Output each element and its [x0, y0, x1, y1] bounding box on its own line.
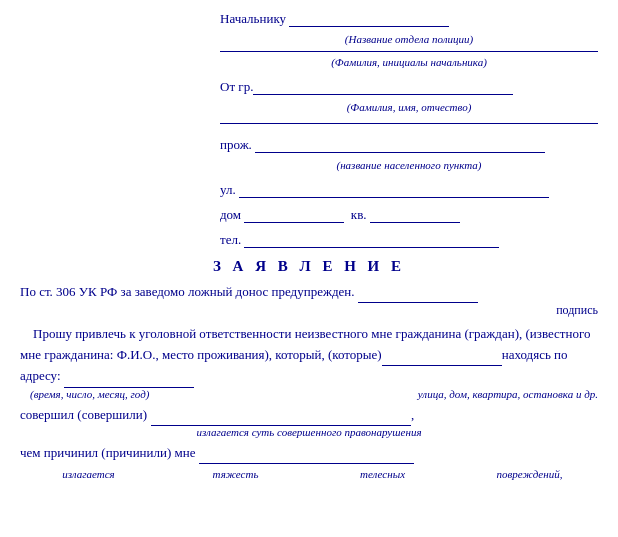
apt-label: кв.	[351, 207, 367, 223]
body-line1	[382, 345, 502, 367]
phone-row: тел.	[220, 231, 598, 248]
from-label: От гр.	[220, 79, 253, 95]
house-line	[244, 206, 344, 223]
residence-line	[255, 136, 545, 153]
title: З А Я В Л Е Н И Е	[20, 258, 598, 275]
house-row: дом кв.	[220, 206, 598, 223]
bottom-hint-3: повреждений,	[461, 468, 598, 480]
body-para1: Прошу привлечь к уголовной ответственнос…	[20, 324, 598, 388]
warning-line	[358, 281, 478, 303]
extra-line	[220, 123, 598, 124]
from-line	[253, 78, 513, 95]
hint4: (название населенного пункта)	[337, 159, 482, 171]
to-line	[289, 10, 449, 27]
harm-line	[199, 442, 414, 464]
warning-row: По ст. 306 УК РФ за заведомо ложный доно…	[20, 281, 598, 303]
street-line	[239, 181, 549, 198]
hint-address: улица, дом, квартира, остановка и др.	[418, 388, 598, 400]
body-line2	[64, 366, 194, 388]
warning-text: По ст. 306 УК РФ за заведомо ложный доно…	[20, 282, 355, 303]
to-row: Начальнику	[220, 10, 598, 27]
para3-start: чем причинил (причинили) мне	[20, 443, 195, 464]
hint1: (Название отдела полиции)	[345, 33, 473, 45]
hint2: (Фамилия, инициалы начальника)	[331, 56, 487, 68]
hint2-block: (Фамилия, инициалы начальника)	[220, 54, 598, 70]
signature-label: подпись	[556, 303, 598, 318]
para2-start: совершил (совершили)	[20, 405, 147, 426]
header-block: Начальнику (Название отдела полиции) (Фа…	[220, 10, 598, 248]
apt-line	[370, 206, 460, 223]
deed-line	[151, 404, 411, 426]
from-row: От гр.	[220, 78, 598, 95]
hint2-line	[220, 51, 598, 52]
phone-label: тел.	[220, 232, 241, 248]
hint-time: (время, число, месяц, год)	[30, 388, 149, 400]
residence-label: прож.	[220, 137, 252, 153]
hint3: (Фамилия, имя, отчество)	[347, 101, 472, 113]
bottom-hint-2: телесных	[314, 468, 451, 480]
street-label: ул.	[220, 182, 236, 198]
bottom-hint-0: излагается	[20, 468, 157, 480]
hint4-block: (название населенного пункта)	[220, 157, 598, 173]
hint1-block: (Название отдела полиции)	[220, 31, 598, 47]
hint-deed: излагается суть совершенного правонаруше…	[20, 426, 598, 438]
bottom-hint-1: тяжесть	[167, 468, 304, 480]
harm-row: чем причинил (причинили) мне	[20, 442, 598, 464]
hint-time-row: (время, число, месяц, год) улица, дом, к…	[20, 388, 598, 400]
signature-row: подпись	[20, 303, 598, 318]
street-row: ул.	[220, 181, 598, 198]
deed-row: совершил (совершили) ,	[20, 404, 598, 426]
hint3-block: (Фамилия, имя, отчество)	[220, 99, 598, 115]
to-label: Начальнику	[220, 11, 286, 27]
house-label: дом	[220, 207, 241, 223]
bottom-hints-row: излагается тяжесть телесных повреждений,	[20, 468, 598, 480]
page: Начальнику (Название отдела полиции) (Фа…	[20, 10, 598, 480]
phone-line	[244, 231, 499, 248]
residence-row: прож.	[220, 136, 598, 153]
